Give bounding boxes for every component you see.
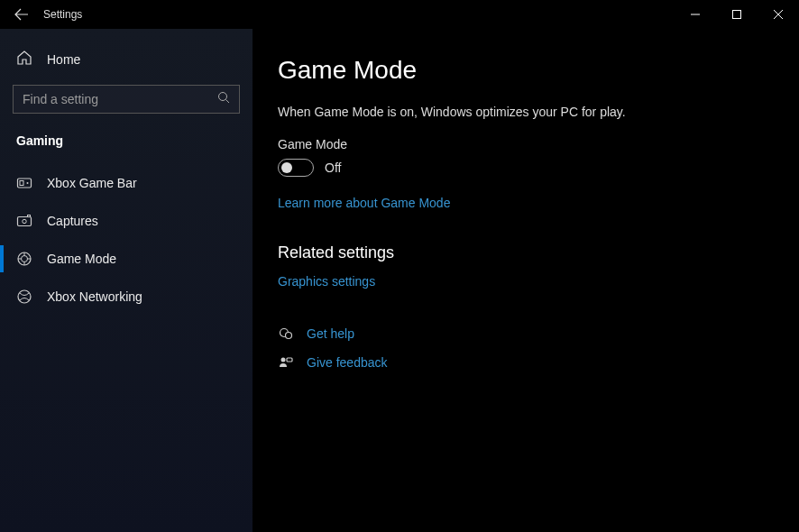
- nav-list: Xbox Game Bar Captures Game Mode Xbox Ne…: [0, 164, 253, 316]
- svg-point-20: [286, 333, 292, 339]
- svg-rect-11: [28, 216, 31, 217]
- sidebar-item-label: Game Mode: [47, 252, 116, 266]
- sidebar-item-xbox-game-bar[interactable]: Xbox Game Bar: [0, 164, 253, 202]
- category-label: Gaming: [0, 124, 253, 155]
- svg-point-10: [23, 219, 26, 223]
- svg-line-5: [226, 100, 230, 104]
- sidebar-item-label: Xbox Networking: [47, 289, 142, 304]
- feedback-icon: [278, 354, 294, 371]
- svg-point-4: [219, 93, 227, 101]
- page-title: Game Mode: [278, 56, 799, 85]
- close-button[interactable]: [758, 0, 799, 29]
- back-button[interactable]: [13, 5, 31, 23]
- toggle-state: Off: [325, 161, 341, 175]
- home-button[interactable]: Home: [0, 41, 253, 78]
- learn-more-link[interactable]: Learn more about Game Mode: [278, 196, 450, 210]
- svg-point-21: [281, 358, 286, 362]
- page-description: When Game Mode is on, Windows optimizes …: [278, 105, 799, 119]
- gamebar-icon: [16, 175, 32, 191]
- titlebar: Settings: [0, 0, 799, 29]
- search-icon: [217, 91, 230, 107]
- svg-rect-7: [20, 181, 23, 186]
- search-input[interactable]: [23, 92, 217, 106]
- sidebar-item-game-mode[interactable]: Game Mode: [0, 240, 253, 278]
- content-area: Game Mode When Game Mode is on, Windows …: [253, 29, 799, 532]
- sidebar: Home Gaming Xbox Game Bar Cap: [0, 29, 253, 532]
- maximize-button[interactable]: [716, 0, 758, 29]
- help-icon: [278, 326, 294, 342]
- home-label: Home: [47, 52, 80, 67]
- game-mode-toggle[interactable]: [278, 159, 314, 177]
- window-title: Settings: [43, 8, 82, 21]
- gamemode-icon: [16, 251, 32, 267]
- give-feedback-row[interactable]: Give feedback: [278, 354, 799, 371]
- svg-point-18: [18, 290, 31, 303]
- toggle-knob: [281, 162, 292, 173]
- related-settings-heading: Related settings: [278, 243, 799, 262]
- sidebar-item-label: Captures: [47, 214, 98, 228]
- minimize-button[interactable]: [675, 0, 716, 29]
- toggle-label: Game Mode: [278, 137, 799, 151]
- svg-point-8: [27, 182, 29, 184]
- give-feedback-link: Give feedback: [307, 355, 388, 370]
- get-help-link: Get help: [307, 326, 354, 341]
- graphics-settings-link[interactable]: Graphics settings: [278, 274, 375, 289]
- xbox-icon: [16, 289, 32, 305]
- svg-rect-22: [287, 358, 292, 362]
- search-box[interactable]: [13, 85, 240, 114]
- captures-icon: [16, 213, 32, 229]
- sidebar-item-captures[interactable]: Captures: [0, 202, 253, 240]
- svg-point-13: [22, 256, 28, 262]
- svg-rect-9: [18, 217, 32, 226]
- home-icon: [16, 50, 32, 69]
- get-help-row[interactable]: Get help: [278, 326, 799, 342]
- sidebar-item-label: Xbox Game Bar: [47, 176, 137, 190]
- svg-rect-1: [733, 11, 741, 19]
- sidebar-item-xbox-networking[interactable]: Xbox Networking: [0, 278, 253, 316]
